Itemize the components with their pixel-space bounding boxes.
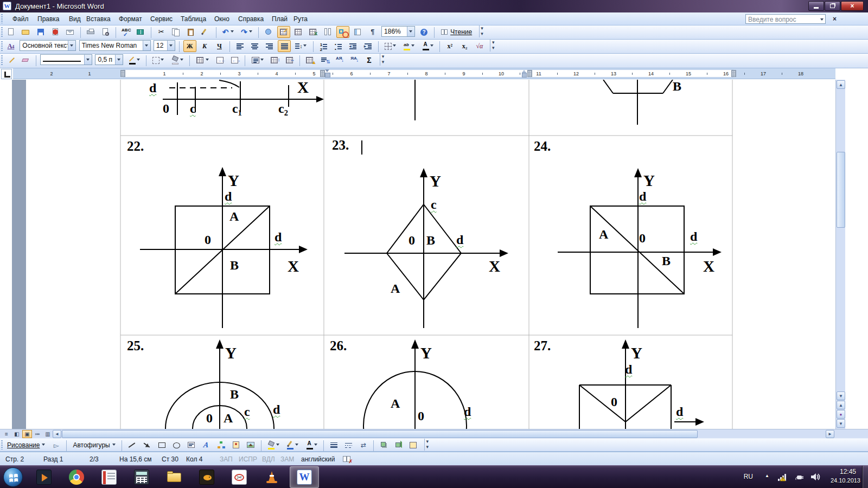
subscript-button[interactable]: x₂ — [458, 40, 471, 52]
line-style-dropdown-icon[interactable] — [84, 55, 92, 65]
scroll-up-icon[interactable]: ▲ — [837, 80, 845, 89]
diagram-label[interactable]: d — [273, 403, 280, 416]
diagram-label[interactable]: B — [662, 254, 671, 267]
menu-ruta[interactable]: Рута — [290, 14, 311, 24]
zoom-dropdown-icon[interactable] — [407, 27, 414, 36]
outline-view-button[interactable]: ≔ — [33, 430, 42, 438]
new-document-button[interactable] — [4, 26, 17, 38]
menu-window[interactable]: Окно — [210, 14, 233, 24]
save-button[interactable] — [34, 26, 47, 38]
merge-cells-button[interactable]: →← — [214, 54, 227, 66]
sort-ascending-button[interactable]: АЯ↓ — [333, 54, 346, 66]
increase-indent-button[interactable]: ▸ — [361, 40, 374, 52]
diagram-label[interactable]: 0 — [409, 234, 415, 247]
taskbar-calculator[interactable] — [127, 466, 156, 488]
diagram-label[interactable]: d — [275, 230, 282, 243]
diagram-label[interactable]: c₂ — [278, 102, 288, 115]
redo-button[interactable]: ↷ — [238, 26, 255, 38]
menu-tools[interactable]: Сервис — [146, 14, 176, 24]
diagram-label[interactable]: A — [391, 282, 400, 295]
taskbar-notes-app[interactable] — [94, 466, 124, 488]
permission-button[interactable] — [49, 26, 62, 38]
diagram-label[interactable]: A — [391, 397, 400, 410]
taskbar-snipping-tool[interactable]: ✂ — [225, 466, 254, 488]
tables-and-borders-button[interactable] — [277, 26, 290, 38]
diagram-label[interactable]: A — [229, 210, 239, 223]
text-direction-button[interactable]: ⇅ — [318, 54, 331, 66]
undo-button[interactable]: ↶ — [220, 26, 237, 38]
right-indent-marker[interactable] — [522, 73, 527, 78]
minimize-button[interactable] — [808, 1, 824, 11]
underline-button[interactable]: Ч — [213, 40, 226, 52]
menu-insert[interactable]: Вставка — [82, 14, 114, 24]
web-layout-view-button[interactable]: ◧ — [12, 430, 22, 438]
status-flag-ext[interactable]: ВДЛ — [262, 455, 275, 463]
hidden-icons-chevron[interactable]: ▲ — [765, 473, 769, 478]
style-dropdown-icon[interactable] — [68, 41, 75, 50]
borders-button[interactable] — [150, 54, 167, 66]
diagram-button[interactable] — [215, 439, 228, 451]
paste-button[interactable] — [184, 26, 197, 38]
diagram-label[interactable]: X — [297, 80, 309, 95]
clock-time[interactable]: 12:45 — [840, 468, 856, 476]
diagram-label[interactable]: d — [625, 363, 632, 376]
styles-pane-button[interactable]: А4 — [4, 40, 17, 52]
font-color-button[interactable]: А — [419, 40, 436, 52]
split-cells-button[interactable]: ←→ — [228, 54, 241, 66]
border-color-button[interactable] — [126, 54, 143, 66]
diagram-label[interactable]: B — [426, 234, 435, 247]
language-indicator[interactable]: RU — [744, 473, 753, 480]
diagram-label[interactable]: Y — [225, 345, 237, 361]
help-button[interactable]: ? — [417, 26, 430, 38]
item-number-26[interactable]: 26. — [330, 339, 347, 352]
highlight-button[interactable]: ab — [400, 40, 417, 52]
shadow-style-button[interactable] — [378, 439, 391, 451]
line-color-button[interactable] — [284, 439, 301, 451]
diagram-label[interactable]: 0 — [418, 409, 424, 422]
drawing-toolbar-options[interactable]: ▾▾ — [424, 439, 430, 451]
bold-button[interactable]: Ж — [183, 40, 196, 52]
diagram-label[interactable]: c — [431, 198, 437, 211]
open-button[interactable] — [19, 26, 32, 38]
network-icon[interactable]: ! — [778, 473, 788, 483]
insert-picture-button[interactable] — [244, 439, 257, 451]
font-size-dropdown-icon[interactable] — [167, 41, 175, 50]
cell-alignment-button[interactable] — [249, 54, 266, 66]
line-spacing-button[interactable]: ↕ — [292, 40, 309, 52]
print-layout-view-button[interactable]: ▣ — [22, 430, 32, 438]
cut-button[interactable]: ✂ — [155, 26, 168, 38]
copy-button[interactable] — [169, 26, 182, 38]
taskbar-explorer[interactable] — [159, 466, 189, 488]
standard-toolbar-grip[interactable] — [1, 27, 3, 37]
item-number-23[interactable]: 23. — [332, 138, 349, 152]
formatting-toolbar-options[interactable]: ▾▾ — [490, 40, 496, 52]
arrow-tool-button[interactable] — [141, 439, 154, 451]
power-icon[interactable] — [795, 473, 804, 483]
diagram-label[interactable]: c — [244, 405, 250, 418]
diagram-label[interactable]: d — [639, 190, 646, 203]
diagram-label[interactable]: X — [703, 259, 714, 274]
font-dropdown-icon[interactable] — [143, 41, 150, 50]
columns-button[interactable] — [322, 26, 335, 38]
drawing-toolbar-grip[interactable] — [1, 440, 3, 450]
zoom-combo[interactable]: 186% — [381, 26, 415, 37]
status-flag-trk[interactable]: ИСПР — [239, 455, 257, 463]
shading-color-button[interactable] — [169, 54, 186, 66]
menu-edit[interactable]: Правка — [34, 14, 63, 24]
email-button[interactable] — [63, 26, 76, 38]
diagram-label[interactable]: B — [230, 259, 239, 272]
next-page-icon[interactable]: ▼ — [837, 419, 845, 428]
diagram-label[interactable]: 0 — [205, 233, 211, 246]
reading-view-button[interactable]: ▥ — [43, 430, 53, 438]
align-left-button[interactable] — [233, 40, 246, 52]
style-combo[interactable]: Основной текст — [20, 40, 76, 51]
insert-table-menu-button[interactable] — [193, 54, 212, 66]
scroll-left-icon[interactable]: ◄ — [53, 430, 61, 438]
diagram-label[interactable]: X — [288, 259, 299, 274]
item-number-25[interactable]: 25. — [127, 339, 144, 352]
insert-table-button[interactable] — [292, 26, 305, 38]
print-button[interactable] — [84, 26, 97, 38]
taskbar-chrome[interactable] — [62, 466, 91, 488]
start-button[interactable] — [3, 467, 23, 487]
restore-button[interactable] — [825, 1, 840, 11]
